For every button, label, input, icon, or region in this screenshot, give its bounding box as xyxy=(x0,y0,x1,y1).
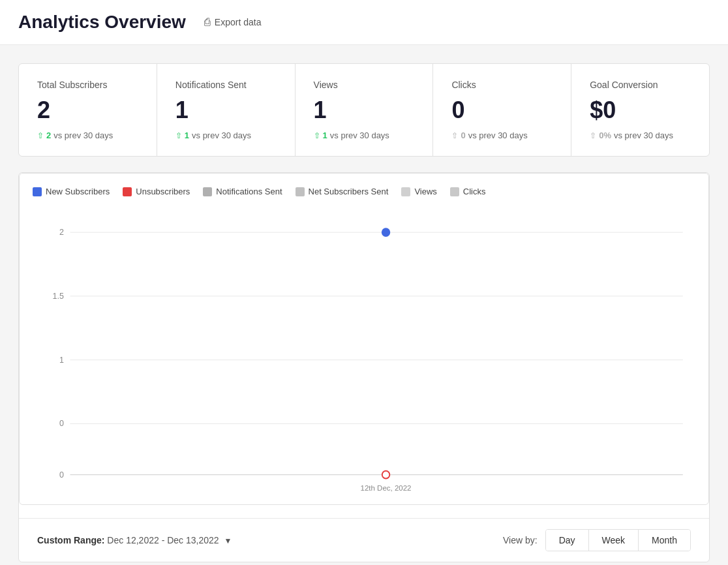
stat-value-clicks: 0 xyxy=(451,97,553,124)
vs-label-clicks: vs prev 30 days xyxy=(468,130,528,140)
svg-point-11 xyxy=(382,471,390,479)
vs-label-notifications-sent: vs prev 30 days xyxy=(192,130,251,140)
main-content: Total Subscribers 2 ⇧ 2 vs prev 30 days … xyxy=(0,45,728,565)
stats-row: Total Subscribers 2 ⇧ 2 vs prev 30 days … xyxy=(18,63,710,157)
stat-label-notifications-sent: Notifications Sent xyxy=(175,80,277,90)
legend-dot xyxy=(203,187,212,196)
vs-label-goal-conversion: vs prev 30 days xyxy=(614,130,673,140)
legend-item: Unsubscribers xyxy=(123,187,190,196)
legend-dot xyxy=(450,187,459,196)
stat-label-clicks: Clicks xyxy=(451,80,553,90)
custom-range-label: Custom Range: xyxy=(37,535,104,545)
delta-value-views: 1 xyxy=(323,130,327,140)
chart-svg: 2 1.5 1 0 0 12th Dec, 2022 xyxy=(33,207,695,494)
svg-text:1: 1 xyxy=(59,355,64,364)
view-by-buttons: Day Week Month xyxy=(545,529,691,551)
legend-item: New Subscribers xyxy=(33,187,110,196)
stat-label-goal-conversion: Goal Conversion xyxy=(590,80,691,90)
delta-arrow-views: ⇧ xyxy=(314,131,320,140)
chevron-down-icon: ▼ xyxy=(224,536,232,545)
delta-value-goal-conversion: 0% xyxy=(599,130,611,140)
delta-value-clicks: 0 xyxy=(461,130,465,140)
stat-label-views: Views xyxy=(314,80,415,90)
legend-item: Net Subscribers Sent xyxy=(296,187,389,196)
export-data-button[interactable]: ⎙ Export data xyxy=(199,14,267,31)
stat-comparison-views: ⇧ 1 vs prev 30 days xyxy=(314,130,415,140)
view-by-label: View by: xyxy=(503,535,538,545)
legend-dot xyxy=(33,187,42,196)
svg-point-10 xyxy=(382,228,390,236)
delta-arrow-goal-conversion: ⇧ xyxy=(590,131,596,140)
stat-value-notifications-sent: 1 xyxy=(175,97,277,124)
delta-arrow-notifications-sent: ⇧ xyxy=(175,131,182,140)
view-by-week-button[interactable]: Week xyxy=(589,530,639,551)
stat-card-clicks: Clicks 0 ⇧ 0 vs prev 30 days xyxy=(433,64,571,156)
vs-label-views: vs prev 30 days xyxy=(330,130,389,140)
delta-value-notifications-sent: 1 xyxy=(185,130,189,140)
stat-comparison-total-subscribers: ⇧ 2 vs prev 30 days xyxy=(37,130,138,140)
chart-area: 2 1.5 1 0 0 12th Dec, 2022 xyxy=(33,207,695,494)
legend-dot xyxy=(401,187,410,196)
vs-label-total-subscribers: vs prev 30 days xyxy=(53,130,113,140)
stat-comparison-goal-conversion: ⇧ 0% vs prev 30 days xyxy=(590,130,691,140)
svg-text:0: 0 xyxy=(59,419,64,428)
svg-text:2: 2 xyxy=(59,228,64,237)
page-title: Analytics Overview xyxy=(18,12,186,33)
custom-range: Custom Range: Dec 12,2022 - Dec 13,2022 … xyxy=(37,535,232,545)
legend-item: Views xyxy=(401,187,436,196)
export-icon: ⎙ xyxy=(204,16,211,28)
legend-label: Notifications Sent xyxy=(216,187,282,196)
custom-range-value: Dec 12,2022 - Dec 13,2022 xyxy=(107,535,219,545)
stat-card-total-subscribers: Total Subscribers 2 ⇧ 2 vs prev 30 days xyxy=(19,64,157,156)
stat-card-goal-conversion: Goal Conversion $0 ⇧ 0% vs prev 30 days xyxy=(571,64,709,156)
legend-item: Notifications Sent xyxy=(203,187,282,196)
legend-label: Views xyxy=(414,187,436,196)
header: Analytics Overview ⎙ Export data xyxy=(0,0,728,45)
svg-text:12th Dec, 2022: 12th Dec, 2022 xyxy=(361,483,412,492)
legend-dot xyxy=(123,187,132,196)
legend-dot xyxy=(296,187,305,196)
stat-value-views: 1 xyxy=(314,97,415,124)
legend-item: Clicks xyxy=(450,187,486,196)
chart-section: New Subscribers Unsubscribers Notificati… xyxy=(18,172,710,562)
export-label: Export data xyxy=(215,17,262,27)
stat-card-views: Views 1 ⇧ 1 vs prev 30 days xyxy=(296,64,434,156)
stat-value-total-subscribers: 2 xyxy=(37,97,138,124)
delta-arrow-total-subscribers: ⇧ xyxy=(37,131,44,140)
stat-value-goal-conversion: $0 xyxy=(590,97,691,124)
svg-text:1.5: 1.5 xyxy=(53,292,64,301)
svg-text:0: 0 xyxy=(59,470,64,479)
legend-label: Net Subscribers Sent xyxy=(309,187,389,196)
stat-label-total-subscribers: Total Subscribers xyxy=(37,80,138,90)
delta-value-total-subscribers: 2 xyxy=(46,130,51,140)
stat-comparison-clicks: ⇧ 0 vs prev 30 days xyxy=(451,130,553,140)
legend-label: New Subscribers xyxy=(46,187,110,196)
view-by-month-button[interactable]: Month xyxy=(639,530,690,551)
legend-label: Unsubscribers xyxy=(136,187,190,196)
delta-arrow-clicks: ⇧ xyxy=(451,131,458,140)
view-by: View by: Day Week Month xyxy=(503,529,691,551)
stat-comparison-notifications-sent: ⇧ 1 vs prev 30 days xyxy=(175,130,277,140)
bottom-bar: Custom Range: Dec 12,2022 - Dec 13,2022 … xyxy=(19,518,709,562)
view-by-day-button[interactable]: Day xyxy=(546,530,589,551)
chart-legend: New Subscribers Unsubscribers Notificati… xyxy=(33,187,695,196)
legend-label: Clicks xyxy=(463,187,486,196)
stat-card-notifications-sent: Notifications Sent 1 ⇧ 1 vs prev 30 days xyxy=(157,64,296,156)
range-dropdown[interactable]: ▼ xyxy=(224,536,232,545)
